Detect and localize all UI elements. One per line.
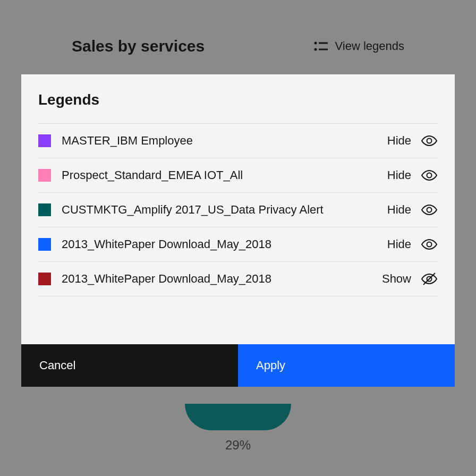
legend-row: CUSTMKTG_Amplify 2017_US_Data Privacy Al… (38, 193, 438, 227)
svg-point-5 (427, 173, 432, 178)
legend-row: 2013_WhitePaper Download_May_2018Show (38, 262, 438, 296)
legend-toggle-label: Hide (387, 134, 411, 148)
legend-swatch (38, 238, 51, 251)
legend-label: MASTER_IBM Employee (62, 134, 377, 148)
eye-off-icon (421, 270, 438, 287)
legend-swatch (38, 203, 51, 216)
legend-toggle-label: Hide (387, 237, 411, 251)
legend-row: Prospect_Standard_EMEA IOT_AllHide (38, 158, 438, 193)
svg-point-7 (427, 242, 432, 247)
legend-visibility-toggle[interactable]: Hide (387, 201, 438, 218)
svg-point-6 (427, 208, 432, 212)
cancel-button[interactable]: Cancel (21, 344, 238, 387)
legend-visibility-toggle[interactable]: Hide (387, 236, 438, 253)
legends-modal: Legends MASTER_IBM EmployeeHideProspect_… (21, 74, 455, 387)
legend-label: 2013_WhitePaper Download_May_2018 (62, 272, 371, 286)
modal-footer: Cancel Apply (21, 344, 455, 387)
legend-label: Prospect_Standard_EMEA IOT_All (62, 168, 377, 182)
legend-visibility-toggle[interactable]: Hide (387, 132, 438, 149)
legend-row: MASTER_IBM EmployeeHide (38, 124, 438, 158)
legend-label: 2013_WhitePaper Download_May_2018 (62, 237, 377, 251)
legend-visibility-toggle[interactable]: Show (382, 270, 438, 287)
eye-icon (421, 132, 438, 149)
svg-point-4 (427, 139, 432, 143)
legend-row: 2013_WhitePaper Download_May_2018Hide (38, 227, 438, 262)
eye-icon (421, 167, 438, 184)
legend-toggle-label: Hide (387, 203, 411, 217)
legend-toggle-label: Hide (387, 168, 411, 182)
legend-toggle-label: Show (382, 272, 411, 286)
legend-swatch (38, 134, 51, 147)
apply-button[interactable]: Apply (238, 344, 455, 387)
eye-icon (421, 236, 438, 253)
eye-icon (421, 201, 438, 218)
legend-label: CUSTMKTG_Amplify 2017_US_Data Privacy Al… (62, 203, 377, 217)
legend-visibility-toggle[interactable]: Hide (387, 167, 438, 184)
legend-swatch (38, 169, 51, 182)
legend-list: MASTER_IBM EmployeeHideProspect_Standard… (38, 123, 438, 296)
legend-swatch (38, 273, 51, 285)
modal-body: Legends MASTER_IBM EmployeeHideProspect_… (21, 74, 455, 344)
modal-title: Legends (38, 91, 438, 108)
